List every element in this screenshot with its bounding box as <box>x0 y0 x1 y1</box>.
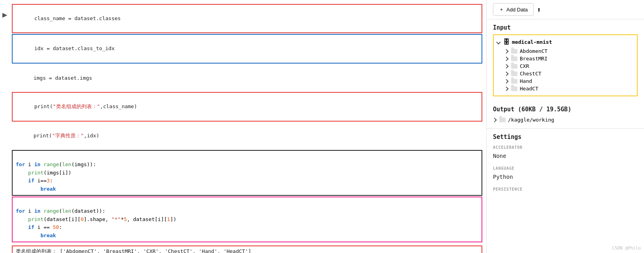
chevron-right-icon <box>504 56 508 61</box>
folder-icon <box>511 64 517 69</box>
settings-label: Settings <box>493 133 638 141</box>
tree-item-label: AbdomenCT <box>520 48 547 54</box>
tree-item-hand[interactable]: Hand <box>497 77 634 85</box>
code-block-idx: idx = dataset.class_to_idx <box>12 34 482 63</box>
right-panel: ＋ Add Data ⬆ Input 🗄 medical-mnist Abdom… <box>486 0 644 253</box>
folder-icon <box>511 79 517 84</box>
tree-item-CXR[interactable]: CXR <box>497 62 634 70</box>
code-block-imgs: imgs = dataset.imgs <box>12 64 482 92</box>
input-file-tree: 🗄 medical-mnist AbdomenCT BreastMRI CXR <box>493 34 638 96</box>
tree-item-label: CXR <box>520 63 529 69</box>
chevron-right-icon <box>504 64 508 68</box>
output-path: /kaggle/working <box>508 117 554 123</box>
code-block-classname: class_name = dataset.classes <box>12 4 482 33</box>
chevron-down-icon <box>496 40 500 44</box>
tree-item-label: Hand <box>520 78 532 84</box>
tree-item-abdomeCT[interactable]: AbdomenCT <box>497 47 634 55</box>
dataset-name: medical-mnist <box>512 39 552 45</box>
output-section: 类名组成的列表： ['AbdomenCT', 'BreastMRI', 'CXR… <box>12 246 482 253</box>
tree-item-headCT[interactable]: HeadCT <box>497 85 634 92</box>
input-section: Input 🗄 medical-mnist AbdomenCT BreastMR… <box>487 19 644 106</box>
folder-icon <box>511 71 517 76</box>
language-value[interactable]: Python <box>493 172 638 182</box>
chevron-right-icon <box>492 118 497 122</box>
tree-item-breastMRI[interactable]: BreastMRI <box>497 55 634 62</box>
add-data-label: Add Data <box>506 7 528 13</box>
settings-section: Settings ACCELERATOR None LANGUAGE Pytho… <box>487 128 644 202</box>
output-path-item[interactable]: /kaggle/working <box>493 116 638 124</box>
code-block-imgs-loop: for i in range(len(imgs)): print(imgs[i]… <box>12 150 482 196</box>
plus-icon: ＋ <box>499 6 504 13</box>
code-block-print-idx: print("字典性质：",idx) <box>12 122 482 150</box>
upload-icon[interactable]: ⬆ <box>537 6 541 14</box>
language-setting: LANGUAGE Python <box>493 166 638 182</box>
tree-item-chestCT[interactable]: ChestCT <box>497 70 634 77</box>
output-classname: 类名组成的列表： ['AbdomenCT', 'BreastMRI', 'CXR… <box>12 246 482 253</box>
tree-item-label: HeadCT <box>520 86 538 92</box>
persistence-key: PERSISTENCE <box>493 187 638 191</box>
code-panel: ▶ class_name = dataset.classes idx = dat… <box>0 0 486 253</box>
run-button[interactable]: ▶ <box>2 11 7 19</box>
chevron-right-icon <box>504 71 508 76</box>
folder-icon <box>511 56 517 61</box>
dataset-root[interactable]: 🗄 medical-mnist <box>497 38 634 46</box>
folder-icon <box>511 49 517 54</box>
code-block-print-classname: print("类名组成的列表：",class_name) <box>12 92 482 121</box>
output-section-right: Output (60KB / 19.5GB) /kaggle/working <box>487 106 644 128</box>
chevron-right-icon <box>504 86 508 91</box>
folder-icon <box>511 86 517 91</box>
top-bar: ＋ Add Data ⬆ <box>487 0 644 19</box>
folder-icon <box>499 118 506 122</box>
watermark: CSDN @Philo <box>612 246 641 251</box>
tree-item-label: ChestCT <box>520 71 541 77</box>
chevron-right-icon <box>504 79 508 83</box>
chevron-right-icon <box>504 49 508 53</box>
add-data-button[interactable]: ＋ Add Data <box>493 3 534 16</box>
tree-item-label: BreastMRI <box>520 56 547 62</box>
output-label: Output (60KB / 19.5GB) <box>493 106 638 113</box>
code-block-dataset-loop: for i in range(len(dataset)): print(data… <box>12 197 482 242</box>
language-key: LANGUAGE <box>493 166 638 171</box>
input-label: Input <box>493 24 638 31</box>
accelerator-setting: ACCELERATOR None <box>493 145 638 161</box>
accelerator-key: ACCELERATOR <box>493 145 638 150</box>
accelerator-value[interactable]: None <box>493 151 638 161</box>
db-icon: 🗄 <box>503 38 510 46</box>
persistence-setting: PERSISTENCE <box>493 187 638 191</box>
